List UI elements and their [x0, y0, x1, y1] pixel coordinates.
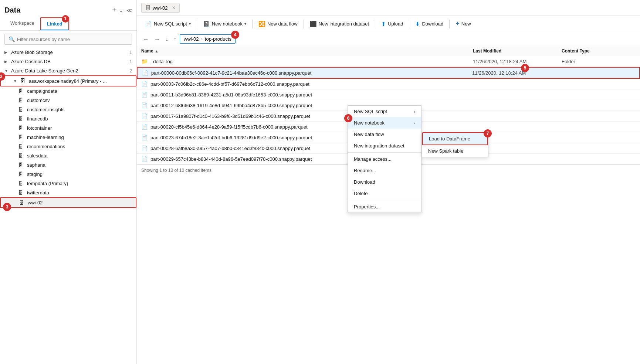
container-icon: 🗄: [18, 153, 23, 159]
download-button[interactable]: ⬇ Download: [412, 19, 447, 29]
tree-item-recommendations[interactable]: 🗄 recommendations: [0, 142, 136, 151]
tree-item-iotcontainer[interactable]: 🗄 iotcontainer: [0, 123, 136, 133]
tree-item-wwi02[interactable]: 🗄 wwi-02: [0, 197, 136, 208]
tab-workspace[interactable]: Workspace: [4, 17, 40, 30]
ctx-manage-access[interactable]: Manage access...: [348, 153, 421, 165]
file-name: part-00003-7c06fb2c-c86e-4cdd-bf57-d697e…: [150, 81, 473, 87]
close-icon[interactable]: ✕: [172, 5, 176, 10]
collapse-icon[interactable]: ≪: [126, 7, 132, 13]
tree-label: financedb: [27, 116, 132, 122]
ctx-label: New SQL script: [354, 109, 387, 114]
tree-label: Azure Blob Storage: [11, 50, 127, 55]
tree-item-azure-data-lake[interactable]: ▼ Azure Data Lake Storage Gen2 2: [0, 66, 136, 75]
breadcrumb-root: wwi-02: [184, 36, 199, 42]
ctx-sub-load-dataframe[interactable]: Load to DataFrame: [422, 132, 488, 145]
tree-item-saphana[interactable]: 🗄 saphana: [0, 160, 136, 170]
container-icon: 🗄: [18, 144, 23, 149]
ctx-divider: [348, 152, 421, 153]
tree-item-machine-learning[interactable]: 🗄 machine-learning: [0, 133, 136, 142]
ctx-delete[interactable]: Delete: [348, 188, 421, 199]
ctx-new-notebook[interactable]: New notebook › 6 Load to DataFrame 7: [348, 117, 421, 129]
col-type-header: Content Type: [562, 48, 636, 54]
storage-tab-icon: 🗄: [145, 5, 150, 11]
tree-item-twitterdata[interactable]: 🗄 twitterdata: [0, 188, 136, 197]
ctx-label: Rename...: [354, 168, 376, 173]
footer-text: Showing 1 to 10 of 10 cached items: [141, 168, 211, 173]
upload-icon: ⬆: [381, 21, 386, 27]
file-row-delta-log[interactable]: 📁 _delta_log 11/26/2020, 12:18:24 AM Fol…: [137, 56, 640, 67]
tree-item-customer-insights[interactable]: 🗄 customer-insights: [0, 105, 136, 114]
tree-label: salesdata: [27, 153, 132, 159]
tree-label: saphana: [27, 162, 132, 168]
breadcrumb[interactable]: wwi-02 › top-products: [180, 34, 236, 44]
context-menu-overlay: New SQL script › New notebook › 6 Load t…: [348, 105, 421, 213]
ctx-label: Manage access...: [354, 156, 392, 162]
ctx-download[interactable]: Download: [348, 176, 421, 188]
ctx-new-integration-dataset[interactable]: New integration dataset: [348, 140, 421, 152]
tree-item-salesdata[interactable]: 🗄 salesdata: [0, 151, 136, 160]
toolbar: 📄 New SQL script ▾ 📓 New notebook ▾ 🔀 Ne…: [137, 16, 640, 32]
tree-item-customcsv[interactable]: 🗄 customcsv: [0, 96, 136, 105]
new-button[interactable]: + New: [452, 18, 475, 30]
file-icon: 📄: [141, 135, 148, 140]
tree-label: recommendations: [27, 144, 132, 149]
nav-forward-button[interactable]: →: [152, 35, 162, 43]
tree-item-asaworkspace-wrapper: ▼ 🗄 asaworkspaceinaday84 (Primary - ... …: [0, 75, 136, 86]
tree-item-azure-cosmos[interactable]: ▶ Azure Cosmos DB 1: [0, 57, 136, 66]
chevron-down-icon: ▾: [244, 22, 246, 26]
ctx-sub-new-spark-table[interactable]: New Spark table: [422, 145, 488, 157]
add-icon[interactable]: +: [112, 6, 116, 14]
tree-count: 1: [129, 50, 132, 55]
file-row-part-00011[interactable]: 📄 part-00011-b3d96b81-8369-4231-a5d1-08a…: [137, 89, 640, 100]
breadcrumb-wrapper: wwi-02 › top-products 4: [180, 34, 236, 44]
annotation-badge-5: 5: [521, 64, 529, 72]
new-notebook-button[interactable]: 📓 New notebook ▾: [199, 19, 250, 29]
tab-row: Workspace Linked 1: [0, 17, 136, 31]
tree-item-financedb[interactable]: 🗄 financedb: [0, 114, 136, 123]
tree-label: tempdata (Primary): [27, 181, 132, 186]
nav-up-button[interactable]: ↑: [172, 35, 178, 43]
ctx-sub-label: Load to DataFrame: [429, 136, 470, 142]
file-icon: 📄: [142, 70, 148, 76]
search-input[interactable]: [17, 37, 128, 42]
search-box[interactable]: 🔍: [4, 34, 132, 45]
tree-label: machine-learning: [27, 135, 132, 140]
tree-count: 1: [129, 59, 132, 64]
new-integration-dataset-button[interactable]: ⬛ New integration dataset: [306, 19, 373, 29]
annotation-badge-1: 1: [62, 15, 69, 23]
ctx-label: Delete: [354, 191, 368, 196]
file-icon: 📄: [141, 113, 148, 119]
file-name: part-00017-61a9807f-d1c0-4163-b9f6-3d51d…: [150, 113, 473, 119]
toolbar-separator: [197, 20, 197, 28]
tree-item-staging[interactable]: 🗄 staging: [0, 170, 136, 179]
new-data-flow-button[interactable]: 🔀 New data flow: [255, 19, 301, 29]
new-sql-script-button[interactable]: 📄 New SQL script ▾: [141, 19, 194, 29]
ctx-rename[interactable]: Rename...: [348, 165, 421, 176]
col-name-header: Name ▲: [141, 48, 473, 54]
nav-down-button[interactable]: ↓: [163, 35, 170, 43]
tree-item-wwi02-wrapper: 🗄 wwi-02 3: [0, 197, 136, 208]
breadcrumb-current: top-products: [205, 36, 231, 42]
tree-item-campaigndata[interactable]: 🗄 campaigndata: [0, 86, 136, 96]
breadcrumb-separator: ›: [201, 36, 202, 42]
ctx-new-data-flow[interactable]: New data flow: [348, 129, 421, 140]
upload-button[interactable]: ⬆ Upload: [377, 19, 407, 29]
file-icon: 📄: [141, 145, 148, 151]
tree-count: 2: [129, 68, 132, 74]
new-sql-script-label: New SQL script: [154, 21, 187, 27]
ctx-new-sql-script[interactable]: New SQL script ›: [348, 106, 421, 117]
table-header: Name ▲ Last Modified Content Type: [137, 46, 640, 56]
chevron-down-icon[interactable]: ⌄: [119, 7, 123, 13]
tree-item-tempdata[interactable]: 🗄 tempdata (Primary): [0, 179, 136, 188]
tree-item-asaworkspace[interactable]: ▼ 🗄 asaworkspaceinaday84 (Primary - ...: [0, 75, 136, 86]
ctx-properties[interactable]: Properties...: [348, 201, 421, 212]
tree-label: iotcontainer: [27, 125, 132, 131]
file-row-part-00003[interactable]: 📄 part-00003-7c06fb2c-c86e-4cdd-bf57-d69…: [137, 79, 640, 89]
tree-item-azure-blob[interactable]: ▶ Azure Blob Storage 1: [0, 48, 136, 57]
nav-back-button[interactable]: ←: [141, 35, 151, 43]
topbar-tab-wwi02[interactable]: 🗄 wwi-02 ✕: [141, 3, 180, 13]
file-row-part-00000[interactable]: 📄 part-00000-80db06cf-0892-41c7-9c21-44b…: [137, 67, 640, 79]
container-icon: 🗄: [18, 162, 23, 168]
new-data-flow-label: New data flow: [267, 21, 298, 27]
topbar: 🗄 wwi-02 ✕: [137, 0, 640, 16]
